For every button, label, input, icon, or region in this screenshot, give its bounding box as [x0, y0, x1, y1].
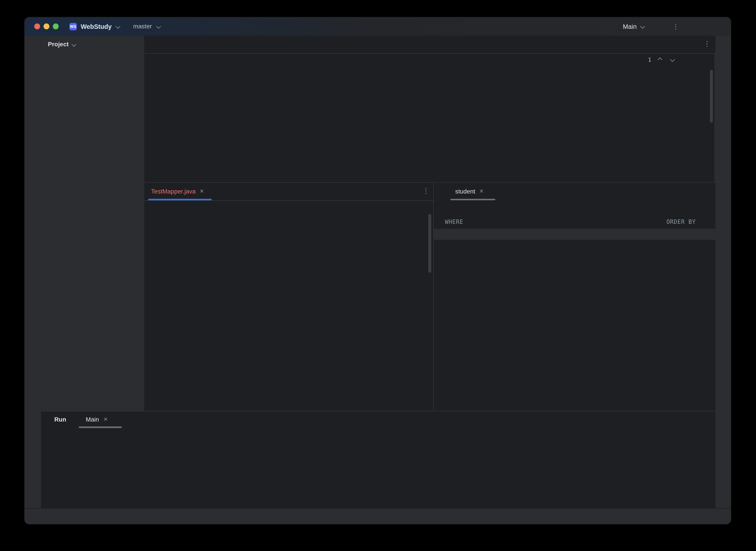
testmapper-tab-bar: TestMapper.java ✕ ⋮: [144, 183, 433, 201]
run-config-selector[interactable]: Main: [623, 23, 637, 30]
prev-issue-icon[interactable]: [658, 57, 663, 62]
tab-label: Main: [86, 416, 99, 423]
inspection-widget[interactable]: 1: [644, 56, 674, 63]
bottom-splits: TestMapper.java ✕ ⋮: [144, 182, 715, 411]
where-filter[interactable]: WHERE: [445, 218, 463, 225]
right-tool-strip: [714, 36, 731, 509]
editor-area: ⋮ 1 TestMapper.: [144, 36, 715, 509]
close-icon[interactable]: ✕: [479, 188, 484, 194]
tab-label: TestMapper.java: [151, 188, 196, 195]
run-panel-title: Run: [54, 416, 66, 423]
main-java-editor[interactable]: 1: [144, 53, 715, 182]
close-icon[interactable]: ✕: [199, 188, 204, 194]
tab-label: student: [455, 188, 475, 195]
minimize-window-button[interactable]: [43, 23, 49, 29]
active-tab-underline: [450, 199, 495, 200]
database-tab-bar: student ✕: [434, 183, 715, 201]
tab-options-button[interactable]: ⋮: [422, 188, 429, 193]
testmapper-editor[interactable]: [144, 200, 433, 411]
grid-toolbar: [434, 200, 715, 215]
chevron-down-icon: [156, 24, 161, 29]
branch-menu[interactable]: master: [133, 23, 152, 30]
tab-student-table[interactable]: student ✕: [452, 183, 484, 200]
console-gutter: [62, 442, 74, 509]
warning-count: 1: [648, 56, 651, 63]
grid-filter-row: WHERE ORDER BY: [434, 215, 715, 229]
project-panel-title: Project: [48, 41, 68, 48]
project-name-menu[interactable]: WebStudy: [81, 23, 112, 30]
active-tab-underline: [148, 199, 212, 200]
scrollbar[interactable]: [428, 214, 431, 272]
close-icon[interactable]: ✕: [103, 416, 108, 423]
tab-options-button[interactable]: ⋮: [704, 41, 711, 46]
chevron-down-icon: [72, 42, 76, 47]
tab-testmapper-java[interactable]: TestMapper.java ✕: [148, 183, 204, 200]
console[interactable]: [41, 442, 715, 509]
scrollbar[interactable]: [710, 70, 713, 122]
status-bar: [24, 508, 731, 524]
grid-header: [434, 229, 715, 240]
run-panel: Run Main ✕: [41, 411, 715, 509]
ide-window: WS WebStudy master Main ⋮ Project: [24, 17, 731, 524]
run-panel-header: Run Main ✕: [41, 411, 715, 428]
active-tab-underline: [79, 427, 122, 428]
order-by-filter[interactable]: ORDER BY: [666, 218, 696, 225]
project-panel-header[interactable]: Project: [48, 39, 75, 50]
chevron-down-icon: [640, 24, 645, 29]
tab-run-main[interactable]: Main ✕: [83, 411, 108, 428]
left-tool-strip: [24, 36, 41, 509]
database-panel: student ✕ WHERE ORDER BY: [433, 182, 715, 411]
project-badge: WS: [69, 23, 77, 30]
testmapper-split: TestMapper.java ✕ ⋮: [144, 182, 433, 411]
more-actions-button[interactable]: ⋮: [672, 24, 679, 29]
editor-tab-bar: ⋮: [144, 36, 715, 54]
grid-rows: [434, 240, 715, 411]
title-bar[interactable]: WS WebStudy master Main ⋮: [24, 17, 731, 36]
close-window-button[interactable]: [34, 23, 40, 29]
next-issue-icon[interactable]: [670, 57, 675, 62]
zoom-window-button[interactable]: [53, 23, 58, 29]
screen: WS WebStudy master Main ⋮ Project: [0, 0, 756, 551]
chevron-down-icon: [115, 24, 120, 29]
